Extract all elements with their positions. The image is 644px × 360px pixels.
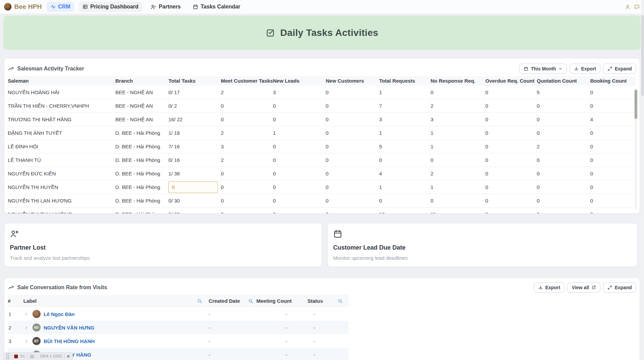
- list-item[interactable]: 1›Lê Ngọc Đàn---: [8, 307, 349, 321]
- table-row[interactable]: NGUYỄN THỊ HUYỀND. BEE - Hải Phòng000011…: [8, 181, 636, 194]
- download-icon: [538, 285, 543, 290]
- row-number: 2: [8, 321, 23, 334]
- created-date-cell: -: [209, 348, 256, 360]
- list-item[interactable]: 3›BTBÙI THỊ HỒNG HẠNH---: [8, 334, 349, 348]
- saleman-cell: ĐẶNG THỊ ÁNH TUYẾT: [8, 126, 115, 140]
- nav-item-pricing-dashboard[interactable]: Pricing Dashboard: [79, 2, 142, 12]
- metric-cell-3: 1: [379, 126, 431, 140]
- meeting-count-cell: -: [256, 321, 307, 334]
- camera-icon[interactable]: [30, 354, 34, 359]
- metric-cell-5: 0: [485, 194, 537, 207]
- calendar-icon: [333, 229, 342, 238]
- tracker-export-button[interactable]: Export: [570, 64, 600, 74]
- search-icon[interactable]: [248, 299, 253, 303]
- meeting-count-cell: -: [256, 334, 307, 348]
- nav-item-partners[interactable]: Partners: [147, 2, 184, 12]
- metric-cell-2: 0: [326, 99, 379, 112]
- table-row[interactable]: LÊ THANH TÚD. BEE - Hải Phòng0/ 16200000…: [8, 153, 636, 167]
- chevron-right-icon[interactable]: ›: [23, 338, 29, 344]
- chevron-right-icon[interactable]: ›: [23, 311, 29, 317]
- metric-cell-0: 0: [221, 194, 273, 207]
- avatar: [32, 310, 41, 318]
- metric-cell-4: 1: [431, 181, 485, 194]
- visits-column-header-0: #: [8, 295, 23, 307]
- tracker-scrollbar[interactable]: [635, 88, 637, 210]
- recorder-resolution: 644 x 360: [40, 354, 62, 359]
- visits-column-label: #: [8, 295, 10, 307]
- brand[interactable]: Bee HPH: [4, 3, 42, 10]
- nav-item-tasks-calendar[interactable]: Tasks Calendar: [189, 2, 244, 12]
- contact-link[interactable]: NGUYỄN VĂN HƯNG: [44, 325, 94, 331]
- tracker-expand-button[interactable]: Expand: [603, 64, 636, 74]
- visits-expand-button[interactable]: Expand: [603, 282, 636, 293]
- table-row[interactable]: NGUYỄN HOÀNG HẢIBEE - NGHỆ AN0/ 17230100…: [8, 86, 636, 99]
- metric-cell-3: 12: [379, 208, 431, 214]
- created-date-cell: -: [209, 307, 256, 321]
- table-row[interactable]: ĐẶNG THỊ ÁNH TUYẾTD. BEE - Hải Phòng1/ 1…: [8, 126, 636, 140]
- stop-record-button[interactable]: [14, 355, 18, 358]
- table-row[interactable]: NGUYỄN THỊ LAN HƯƠNGD. BEE - Hải Phòng0/…: [8, 194, 636, 208]
- visits-column-header-2: Created Date: [209, 295, 256, 307]
- branch-cell: D. BEE - Hải Phòng: [115, 208, 168, 214]
- metric-cell-6: 0: [537, 153, 590, 167]
- user-icon[interactable]: [625, 4, 630, 10]
- visits-export-button[interactable]: Export: [534, 282, 565, 293]
- tracker-column-header-8: Overdue Req. Count: [485, 76, 537, 86]
- label-cell: ›NVNGUYỄN VĂN HƯNG: [23, 321, 209, 334]
- nav-item-crm[interactable]: CRM: [47, 2, 74, 12]
- metric-cell-4: 0: [431, 86, 485, 99]
- customer-lead-title: Customer Lead Due Date: [333, 244, 632, 251]
- metric-cell-2: 0: [326, 194, 379, 207]
- metric-cell-2: 0: [326, 167, 379, 180]
- highlighted-task-input[interactable]: 0: [168, 182, 218, 193]
- partner-lost-card[interactable]: Partner Lost Track and analyze lost part…: [4, 223, 322, 267]
- visits-table-body: 1›Lê Ngọc Đàn---2›NVNGUYỄN VĂN HƯNG---3›…: [8, 307, 636, 360]
- chat-icon[interactable]: [634, 4, 640, 10]
- metric-cell-7: 0: [590, 99, 636, 112]
- tracker-column-header-1: Branch: [115, 76, 168, 86]
- external-link-icon: [591, 285, 596, 290]
- search-icon[interactable]: [338, 299, 343, 303]
- metric-cell-6: 2: [537, 140, 590, 153]
- metric-cell-1: 0: [273, 208, 326, 214]
- visits-view-all-button[interactable]: View all: [567, 282, 600, 293]
- close-icon[interactable]: ×: [67, 354, 70, 359]
- metric-cell-6: 5: [537, 86, 590, 99]
- search-icon[interactable]: [197, 299, 202, 303]
- screen-recorder-widget[interactable]: 0s 644 x 360 ×: [3, 352, 73, 360]
- metric-cell-0: 0: [221, 208, 273, 214]
- chevron-right-icon[interactable]: ›: [23, 324, 29, 331]
- total-tasks-cell: 0/ 30: [168, 194, 221, 207]
- contact-link[interactable]: Lê Ngọc Đàn: [44, 311, 75, 317]
- status-cell: -: [307, 334, 349, 348]
- contact-link[interactable]: BÙI THỊ HỒNG HẠNH: [44, 338, 95, 344]
- visits-column-header-3: Meeting Count: [256, 295, 307, 307]
- period-select-button[interactable]: This Month: [519, 64, 567, 74]
- visits-table-header: #LabelCreated DateMeeting CountStatus: [8, 295, 349, 307]
- customer-lead-due-date-card[interactable]: Customer Lead Due Date Monitor upcoming …: [327, 223, 638, 267]
- saleman-cell: NGUYỄN ĐỨC KIÊN: [8, 167, 115, 180]
- total-tasks-cell: 0/ 16: [168, 153, 221, 167]
- metric-cell-3: 0: [379, 153, 431, 167]
- page-scrollbar-thumb[interactable]: [641, 15, 644, 96]
- metric-cell-6: 0: [537, 126, 590, 140]
- total-tasks-cell: 7/ 16: [168, 140, 221, 153]
- table-row[interactable]: TRẦN THỊ HIỂN - CHERRY.VNHPHBEE - NGHỆ A…: [8, 99, 636, 113]
- visits-column-label: Label: [23, 295, 37, 307]
- drag-handle-icon[interactable]: [6, 353, 9, 359]
- table-row[interactable]: TRƯƠNG THỊ NHẬT HẰNGBEE - NGHỆ AN16/ 220…: [8, 113, 636, 126]
- total-tasks-cell: 0: [168, 181, 221, 194]
- tracker-scrollbar-thumb[interactable]: [635, 90, 637, 119]
- metric-cell-7: 0: [590, 86, 636, 99]
- tracker-column-header-9: Quotation Count: [537, 76, 590, 86]
- check-square-icon: [266, 28, 275, 37]
- metric-cell-1: 3: [273, 86, 326, 99]
- table-row[interactable]: NGUYỄN ĐỨC KIÊND. BEE - Hải Phòng1/ 3800…: [8, 167, 636, 181]
- total-tasks-cell: 1/ 18: [168, 126, 221, 140]
- metric-cell-6: 0: [537, 167, 590, 180]
- table-row[interactable]: LÊ ĐÌNH HỘID. BEE - Hải Phòng7/ 16300510…: [8, 140, 636, 153]
- page-scrollbar[interactable]: [641, 0, 644, 360]
- list-item[interactable]: 2›NVNGUYỄN VĂN HƯNG---: [8, 321, 349, 334]
- person-check-icon: [151, 4, 156, 10]
- table-row[interactable]: NGUYỄN THỊ THU HƯỜNGD. BEE - Hải Phòng0/…: [8, 208, 636, 214]
